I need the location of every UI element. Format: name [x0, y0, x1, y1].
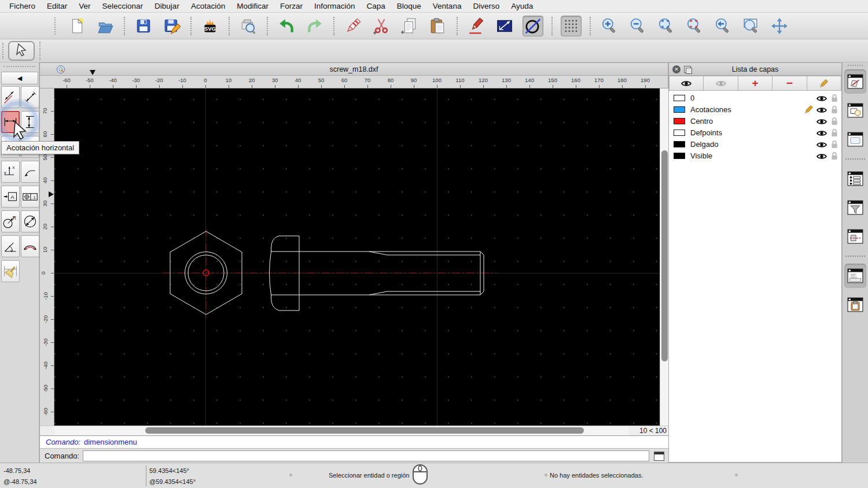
- layer-row-acotaciones[interactable]: Acotaciones: [669, 103, 841, 115]
- menu-información[interactable]: Información: [308, 0, 361, 13]
- copy-icon[interactable]: [399, 16, 420, 36]
- demolition-widget-icon[interactable]: [844, 224, 866, 249]
- filter-widget-icon[interactable]: [844, 195, 866, 220]
- show-all-eye-button[interactable]: [669, 76, 704, 91]
- dim-horizontal-button[interactable]: [1, 111, 20, 133]
- paste-icon[interactable]: [428, 16, 448, 36]
- menu-seleccionar[interactable]: Seleccionar: [97, 0, 149, 13]
- dim-regenerate-button[interactable]: [1, 260, 20, 282]
- save-file-icon[interactable]: [133, 16, 154, 36]
- layer-color-swatch[interactable]: [674, 118, 685, 124]
- toolbar-drag-handle[interactable]: [54, 17, 58, 35]
- undo-icon[interactable]: [276, 16, 297, 36]
- vertical-scrollbar-thumb[interactable]: [661, 150, 668, 361]
- menu-forzar[interactable]: Forzar: [274, 0, 308, 13]
- layer-color-swatch[interactable]: [674, 95, 685, 101]
- layer-lock-icon[interactable]: [830, 105, 838, 114]
- menu-capa[interactable]: Capa: [361, 0, 391, 13]
- layer-row-delgado[interactable]: Delgado: [669, 138, 841, 150]
- zoom-window-icon[interactable]: [741, 16, 762, 36]
- dim-radial-button[interactable]: R: [1, 210, 20, 232]
- menu-acotación[interactable]: Acotación: [185, 0, 231, 13]
- layer-row-defpoints[interactable]: Defpoints: [669, 127, 841, 138]
- layer-lock-icon[interactable]: [830, 151, 838, 160]
- dim-ordinate-button[interactable]: xy: [1, 161, 20, 183]
- drawing-window-titlebar[interactable]: screw_m18.dxf: [40, 63, 668, 76]
- layer-visibility-eye[interactable]: [816, 106, 827, 113]
- horizontal-scrollbar-thumb[interactable]: [145, 427, 584, 434]
- command-widget-icon[interactable]: [844, 264, 866, 288]
- redo-icon[interactable]: [304, 16, 325, 36]
- delete-eraser-icon[interactable]: [343, 16, 363, 36]
- cut-icon[interactable]: [371, 16, 392, 36]
- toolbar-drag-handle[interactable]: [2, 43, 3, 59]
- layer-lock-icon[interactable]: [830, 140, 838, 149]
- open-file-icon[interactable]: [95, 16, 116, 36]
- layer-visibility-eye[interactable]: [816, 94, 827, 102]
- menu-modificar[interactable]: Modificar: [231, 0, 274, 13]
- palette-back-button[interactable]: ◀: [1, 72, 38, 84]
- menu-diverso[interactable]: Diverso: [467, 0, 505, 13]
- zoom-previous-icon[interactable]: [712, 16, 733, 36]
- snap-grid-icon[interactable]: [561, 16, 582, 36]
- dim-angular-button[interactable]: [1, 235, 20, 257]
- layer-list-widget-icon[interactable]: [844, 69, 866, 94]
- layer-row-visible[interactable]: Visible: [669, 150, 841, 161]
- restrict-nothing-icon[interactable]: [523, 16, 543, 36]
- menu-editar[interactable]: Editar: [41, 0, 73, 13]
- layer-color-swatch[interactable]: [674, 106, 685, 113]
- dim-aligned-button[interactable]: [1, 86, 20, 108]
- zoom-auto-icon[interactable]: [656, 16, 676, 36]
- command-input[interactable]: [83, 450, 649, 461]
- zoom-pan-icon[interactable]: [769, 16, 790, 36]
- layer-visibility-eye[interactable]: [816, 141, 827, 148]
- select-tool-button[interactable]: [8, 41, 35, 61]
- layer-row-0[interactable]: 0: [669, 92, 841, 103]
- dim-arc-button[interactable]: [21, 235, 39, 257]
- dim-text-button[interactable]: A: [1, 186, 20, 208]
- drawing-canvas[interactable]: [54, 88, 660, 426]
- dim-tolerance-button[interactable]: .1: [21, 186, 39, 208]
- palette-drag-handle[interactable]: [3, 66, 35, 67]
- menu-ayuda[interactable]: Ayuda: [505, 0, 539, 13]
- remove-layer-minus-button[interactable]: −: [773, 76, 807, 91]
- library-browser-widget-icon[interactable]: [844, 127, 866, 151]
- zoom-in-icon[interactable]: [599, 16, 620, 36]
- layer-row-centro[interactable]: Centro: [669, 115, 841, 127]
- zoom-out-icon[interactable]: [627, 16, 648, 36]
- edit-layer-pencil-button[interactable]: [807, 76, 841, 91]
- dim-linear-button[interactable]: [21, 86, 39, 108]
- dock-drag-handle[interactable]: [848, 65, 863, 66]
- print-preview-icon[interactable]: [238, 16, 259, 36]
- menu-ver[interactable]: Ver: [73, 0, 96, 13]
- draw-pencil-icon[interactable]: [466, 16, 487, 36]
- layer-visibility-eye[interactable]: [816, 117, 827, 125]
- line-tool-icon[interactable]: [494, 16, 515, 36]
- hide-all-eye-button[interactable]: [704, 76, 738, 91]
- clipboard-widget-icon[interactable]: [844, 293, 866, 317]
- save-as-icon[interactable]: [161, 16, 182, 36]
- new-file-icon[interactable]: [67, 16, 87, 36]
- svg-export-icon[interactable]: SVG: [200, 16, 220, 36]
- layer-lock-icon[interactable]: [830, 128, 838, 137]
- layer-visibility-eye[interactable]: [816, 129, 827, 136]
- add-layer-plus-button[interactable]: +: [738, 76, 773, 91]
- layer-color-swatch[interactable]: [674, 153, 685, 159]
- float-panel-icon[interactable]: [684, 66, 691, 73]
- layer-color-swatch[interactable]: [674, 130, 685, 136]
- block-list-widget-icon[interactable]: [844, 98, 866, 123]
- entity-list-widget-icon[interactable]: [844, 167, 866, 191]
- vertical-scrollbar[interactable]: [660, 88, 669, 426]
- close-panel-icon[interactable]: ✕: [672, 65, 681, 73]
- layer-lock-icon[interactable]: [830, 94, 838, 102]
- dim-diametric-button[interactable]: [21, 210, 39, 232]
- detach-command-button[interactable]: [654, 452, 664, 461]
- zoom-redraw-icon[interactable]: [684, 16, 705, 36]
- layer-color-swatch[interactable]: [674, 141, 685, 147]
- menu-bloque[interactable]: Bloque: [391, 0, 427, 13]
- layer-lock-icon[interactable]: [830, 117, 838, 125]
- dim-vertical-button[interactable]: [21, 111, 39, 133]
- menu-fichero[interactable]: Fichero: [3, 0, 41, 13]
- menu-dibujar[interactable]: Dibujar: [149, 0, 185, 13]
- horizontal-scrollbar[interactable]: [54, 426, 628, 435]
